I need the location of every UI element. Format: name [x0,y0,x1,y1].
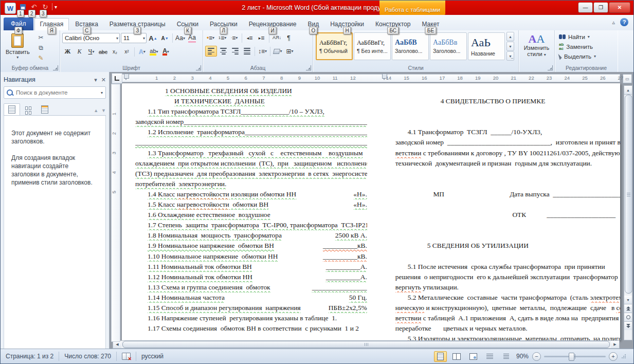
find-button[interactable]: Найти▾ [557,32,615,42]
tab-Рецензирование[interactable]: РецензированиеИ [244,19,302,30]
align-right-button[interactable] [230,46,241,56]
tab-Рассылки[interactable]: РассылкиЛ [205,19,243,30]
font-size-combo[interactable]: 11▾ [121,33,147,43]
align-left-button[interactable] [205,46,217,57]
shrink-font-button[interactable]: А▼ [159,33,170,43]
vertical-scrollbar[interactable]: ▲ ▼ [624,85,632,340]
close-button[interactable]: ✕ [609,2,630,13]
restore-button[interactable]: ❐ [593,2,608,13]
tab-Вставка[interactable]: ВставкаС [70,19,103,30]
browse-pages-tab[interactable] [20,103,37,115]
show-marks-button[interactable]: ¶ [283,33,294,43]
subscript-button[interactable]: x₂ [110,47,120,57]
style-item-Заголово-[interactable]: АаБбВЗаголово... [392,32,429,60]
styles-dialog-launcher[interactable] [548,65,553,70]
gallery-down-icon[interactable]: ▼ [506,42,514,51]
font-color-button[interactable]: А▾ [160,47,171,57]
format-painter-button[interactable]: ✎ [36,53,46,62]
tab-Вид[interactable]: ВидО [302,19,324,30]
font-name-combo[interactable]: Calibri (Осно▾ [62,33,120,43]
resize-grip[interactable] [621,354,626,359]
align-center-button[interactable] [218,46,229,56]
clipboard-dialog-launcher[interactable] [53,65,58,70]
style-item-Заголово-[interactable]: АаБбВвЗаголово... [430,32,467,60]
search-input[interactable] [15,89,101,96]
italic-button[interactable]: К [74,47,85,57]
increase-indent-button[interactable]: ▸≡ [256,33,267,43]
font-dialog-launcher[interactable] [196,65,201,70]
vertical-scroll-thumb[interactable] [625,95,632,294]
decrease-indent-button[interactable]: ◂≡ [244,33,255,43]
tab-Файл[interactable]: ФайлФ [4,17,33,30]
clear-formatting-button[interactable]: Аа [187,33,197,43]
style-item-Название[interactable]: АаЬНазвание [468,32,505,60]
gallery-more-icon[interactable]: ▼̲ [506,51,514,61]
minimize-ribbon-icon[interactable]: ▵ [612,19,615,26]
zoom-in-button[interactable]: + [609,352,618,361]
superscript-button[interactable]: x² [121,47,132,57]
strikethrough-button[interactable]: abc [98,47,108,57]
tab-Конструктор[interactable]: КонструкторБС [370,19,415,30]
browse-headings-tab[interactable] [4,103,20,115]
document-search-box[interactable]: ▾ [4,86,106,99]
tab-Главная[interactable]: ГлавнаяЯ [34,18,69,30]
fullscreen-reading-view-button[interactable] [450,351,463,362]
proofing-status[interactable] [117,352,136,361]
navigation-pane-menu-icon[interactable]: ▾ [94,77,97,83]
style-item--Без-инте-[interactable]: АаБбВвГг,¶ Без инте... [354,32,391,60]
scroll-right-icon[interactable]: ▶ [611,341,619,348]
zoom-level[interactable]: 90% [516,353,529,360]
next-result-icon[interactable]: ▼ [101,108,106,113]
grow-font-button[interactable]: А▲ [148,33,158,43]
previous-page-button[interactable] [624,304,632,313]
search-options-caret-icon[interactable]: ▾ [101,90,103,95]
scroll-down-icon[interactable]: ▼ [624,296,632,304]
language-indicator[interactable]: русский [136,352,169,361]
tab-Разметка страницы[interactable]: Разметка страницыЗ [104,19,171,30]
replace-button[interactable]: abacЗаменить [557,42,615,51]
scroll-left-icon[interactable]: ◀ [113,341,121,348]
borders-button[interactable]: ⊞▾ [284,46,295,56]
gallery-up-icon[interactable]: ▲ [506,32,514,41]
style-item--Обычный[interactable]: АаБбВвГг,¶ Обычный [316,32,353,60]
horizontal-ruler[interactable]: ▭ 12345678910111214151617181920212223242… [122,74,620,82]
multilevel-list-button[interactable]: ·≡▾ [229,33,240,43]
tab-Макет[interactable]: МакетБЕ [416,19,444,30]
justify-button[interactable] [242,46,252,56]
document-page[interactable]: 1 ОСНОВНЫЕ СВЕДЕНИЯ ОБ ИЗДЕЛИИИ ТЕХНИЧЕС… [122,83,620,340]
word-count-indicator[interactable]: Число слов: 270 [59,352,117,361]
outline-view-button[interactable] [483,351,496,362]
previous-result-icon[interactable]: ▲ [94,108,98,113]
navigation-pane-close-icon[interactable]: ✕ [101,77,106,83]
tab-selector-button[interactable] [112,73,122,84]
zoom-slider-handle[interactable] [569,353,574,361]
horizontal-scroll-thumb[interactable] [122,341,610,348]
draft-view-button[interactable] [500,351,513,362]
change-case-button[interactable]: Аа▾ [175,33,186,43]
next-page-button[interactable] [624,322,632,330]
change-styles-button[interactable]: АA Изменить стили ▾ [521,32,552,59]
zoom-slider-track[interactable] [544,356,606,357]
select-button[interactable]: Выделить▾ [557,51,615,61]
tab-Ссылки[interactable]: СсылкиК [172,19,204,30]
indent-marker-left[interactable] [124,74,129,79]
scroll-up-icon[interactable]: ▲ [624,86,632,95]
underline-button[interactable]: Ч▾ [86,47,97,57]
horizontal-scrollbar[interactable]: ◀ ▶ [113,340,620,349]
paragraph-dialog-launcher[interactable] [306,65,311,70]
line-spacing-button[interactable]: ↕≡▾ [257,46,268,56]
help-icon[interactable]: ? [620,18,628,26]
browse-results-tab[interactable] [37,103,53,115]
ruler-toggle-button[interactable]: ▭ [623,74,632,83]
copy-button[interactable]: ⧉ [36,43,46,52]
print-layout-view-button[interactable] [434,351,447,362]
zoom-out-button[interactable]: − [532,352,541,361]
cut-button[interactable]: ✂ [36,33,46,42]
paste-button[interactable]: Вставить ▾ [3,32,33,62]
bold-button[interactable]: Ж [62,47,73,57]
text-effects-button[interactable]: А▾ [137,47,148,57]
tab-Надстройки[interactable]: НадстройкиН [325,19,369,30]
select-browse-object-button[interactable] [624,313,632,322]
shading-button[interactable]: ▾ [273,46,283,56]
page-number-indicator[interactable]: Страница: 1 из 2 [1,352,59,361]
